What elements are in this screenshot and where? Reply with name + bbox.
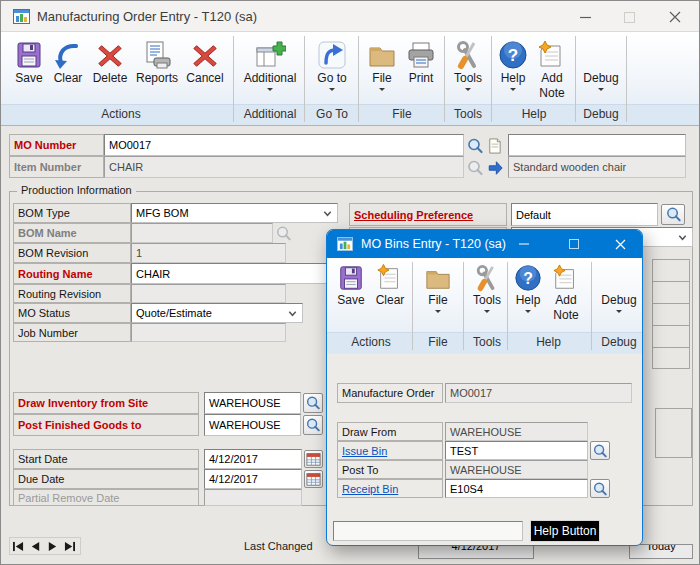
debug-button[interactable]: Debug	[579, 36, 623, 94]
chevron-down-icon	[267, 88, 273, 94]
close-button[interactable]	[667, 9, 683, 25]
next-record-button[interactable]	[44, 538, 61, 554]
toolbar-group-actions: Actions	[9, 104, 233, 124]
toolbar-group-go-to: Go To	[308, 104, 356, 124]
reports-button[interactable]: Reports	[133, 36, 181, 85]
post-site-field[interactable]: WAREHOUSE	[204, 414, 301, 436]
add-note-button[interactable]: Add Note	[532, 36, 572, 100]
bom-type-dropdown[interactable]: MFG BOM	[131, 203, 338, 223]
toolbar-separator	[626, 36, 627, 122]
help-button[interactable]: ? Help	[495, 36, 531, 94]
dialog-save-button[interactable]: Save	[333, 262, 369, 307]
background-field-fragment	[655, 408, 692, 458]
dialog-add-note-button[interactable]: Add Note	[546, 262, 586, 322]
chevron-down-icon	[598, 88, 604, 94]
draw-site-lookup-button[interactable]	[303, 393, 323, 413]
dialog-minimize-button[interactable]	[517, 237, 531, 251]
chevron-down-icon	[525, 310, 531, 316]
dialog-tools-button[interactable]: Tools	[468, 262, 506, 316]
cancel-button[interactable]: Cancel	[183, 36, 227, 85]
record-navigation	[9, 537, 81, 555]
additional-button[interactable]: Additional	[239, 36, 301, 94]
receipt-bin-field[interactable]: E10S4	[445, 479, 588, 498]
receipt-bin-link[interactable]: Receipt Bin	[337, 479, 443, 498]
toolbar-separator	[358, 36, 359, 122]
dialog-debug-button[interactable]: Debug	[596, 262, 642, 316]
clear-button[interactable]: Clear	[49, 36, 87, 85]
additional-icon	[239, 36, 301, 70]
previous-record-button[interactable]	[27, 538, 44, 554]
mo-extra-field[interactable]	[508, 134, 686, 156]
maximize-button[interactable]	[621, 9, 637, 25]
dialog-group-actions: Actions	[333, 332, 409, 352]
scheduling-preference-label[interactable]: Scheduling Preference	[349, 203, 507, 226]
save-icon	[333, 262, 369, 292]
folder-icon	[419, 262, 457, 292]
help-button-tooltip: Help Button	[530, 520, 600, 542]
scheduling-preference-lookup-button[interactable]	[661, 204, 685, 225]
svg-text:?: ?	[508, 46, 518, 65]
print-icon	[401, 36, 441, 70]
dialog-group-help: Help	[511, 332, 586, 352]
dialog-toolbar: Save Clear File Tools ? Help	[327, 258, 643, 354]
dialog-maximize-button[interactable]	[567, 237, 581, 251]
dialog-title: MO Bins Entry - T120 (sa)	[361, 237, 506, 251]
issue-bin-link[interactable]: Issue Bin	[337, 441, 443, 460]
dialog-close-button[interactable]	[613, 237, 627, 251]
start-date-calendar-button[interactable]	[304, 450, 323, 468]
delete-button[interactable]: Delete	[89, 36, 131, 85]
due-date-field[interactable]: 4/12/2017	[204, 469, 302, 489]
magnifier-icon	[305, 417, 321, 433]
last-changed-date-fragment: 4/12/2017	[418, 544, 534, 559]
toolbar-separator	[304, 36, 305, 122]
toolbar-group-additional: Additional	[239, 104, 301, 124]
post-site-lookup-button[interactable]	[303, 415, 323, 435]
item-number-lookup-disabled	[465, 158, 484, 177]
go-to-icon	[308, 36, 356, 70]
receipt-bin-lookup-button[interactable]	[590, 479, 610, 498]
job-number-field	[131, 323, 286, 342]
start-date-field[interactable]: 4/12/2017	[204, 449, 302, 469]
first-record-button[interactable]	[10, 538, 27, 554]
mo-number-field[interactable]: MO0017	[104, 134, 464, 156]
chevron-down-icon	[435, 310, 441, 316]
toolbar-group-debug: Debug	[579, 104, 623, 124]
help-icon: ?	[495, 36, 531, 70]
bom-revision-label: BOM Revision	[13, 243, 131, 263]
dialog-clear-button[interactable]: Clear	[371, 262, 409, 307]
first-record-icon	[12, 541, 25, 552]
draw-site-field[interactable]: WAREHOUSE	[204, 392, 301, 414]
item-number-field: CHAIR	[104, 156, 464, 178]
save-button[interactable]: Save	[11, 36, 47, 85]
dialog-file-button[interactable]: File	[419, 262, 457, 316]
issue-bin-field[interactable]: TEST	[445, 441, 588, 460]
mo-number-label: MO Number	[9, 134, 104, 156]
mo-number-lookup-button[interactable]	[465, 136, 484, 155]
magnifier-disabled-icon	[466, 159, 484, 177]
tools-button[interactable]: Tools	[448, 36, 488, 94]
manufacture-order-label: Manufacture Order	[337, 383, 443, 403]
minimize-icon	[580, 12, 591, 23]
manufacture-order-field: MO0017	[445, 383, 632, 403]
toolbar-separator	[507, 262, 508, 350]
due-date-calendar-button[interactable]	[304, 470, 323, 488]
scheduling-preference-field[interactable]: Default	[511, 203, 658, 226]
last-record-button[interactable]	[61, 538, 78, 554]
mo-note-button[interactable]	[485, 136, 504, 155]
draw-from-label: Draw From	[337, 422, 443, 441]
window-title: Manufacturing Order Entry - T120 (sa)	[37, 9, 257, 24]
toolbar-group-help: Help	[495, 104, 573, 124]
print-button[interactable]: Print	[401, 36, 441, 85]
toolbar-separator	[491, 36, 492, 122]
item-expansion-button[interactable]	[485, 158, 504, 177]
chevron-down-icon	[322, 208, 333, 219]
tools-icon	[468, 262, 506, 292]
issue-bin-lookup-button[interactable]	[590, 441, 610, 460]
file-button[interactable]: File	[363, 36, 401, 94]
dialog-help-button[interactable]: ? Help	[511, 262, 545, 316]
debug-icon-placeholder	[579, 36, 623, 70]
go-to-button[interactable]: Go to	[308, 36, 356, 94]
mo-status-dropdown[interactable]: Quote/Estimate	[131, 303, 303, 323]
minimize-button[interactable]	[577, 9, 593, 25]
routing-revision-label: Routing Revision	[13, 284, 131, 303]
